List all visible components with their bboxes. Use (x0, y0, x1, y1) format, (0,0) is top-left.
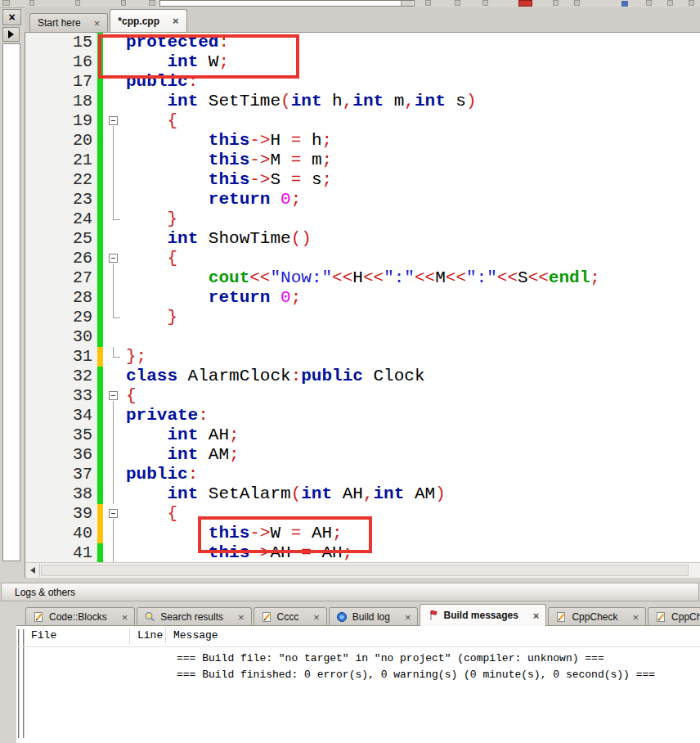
scrollbar-thumb[interactable] (41, 565, 689, 576)
tab-close-icon[interactable]: × (238, 612, 245, 623)
collapsed-management-panel (2, 43, 20, 561)
code-line-19[interactable]: 19 { (25, 111, 700, 131)
line-number[interactable]: 18 (25, 92, 97, 111)
line-number[interactable]: 26 (25, 249, 97, 268)
tab-close-icon[interactable]: × (173, 16, 179, 26)
column-header-message[interactable]: Message (173, 629, 218, 642)
line-number[interactable]: 31 (25, 347, 97, 367)
code-line-38[interactable]: 38 int SetAlarm(int AH,int AM) (25, 484, 700, 504)
code-text: int SetTime(int h,int m,int s) (124, 92, 700, 111)
line-number[interactable]: 32 (25, 367, 97, 386)
tab-close-icon[interactable]: × (533, 610, 540, 621)
code-line-26[interactable]: 26 { (25, 249, 700, 268)
fold-collapse-icon[interactable] (109, 254, 118, 263)
tab-label: Code::Blocks (49, 611, 107, 623)
line-number[interactable]: 27 (25, 268, 97, 288)
line-number[interactable]: 36 (25, 445, 97, 465)
fold-margin[interactable] (103, 111, 124, 131)
code-line-22[interactable]: 22 this->S = s; (25, 170, 700, 190)
code-line-21[interactable]: 21 this->M = m; (25, 151, 700, 170)
line-number[interactable]: 19 (25, 111, 97, 131)
code-line-25[interactable]: 25 int ShowTime() (25, 229, 700, 249)
code-line-31[interactable]: 31}; (25, 347, 700, 367)
logs-tab-cppcheck-messages[interactable]: CppCheck messages× (648, 607, 700, 626)
editor-tab--cpp-cpp[interactable]: *cpp.cpp× (110, 9, 186, 32)
change-marker (97, 288, 103, 308)
line-number[interactable]: 41 (25, 543, 97, 563)
tab-label: Build messages (443, 610, 518, 621)
logs-tab-build-log[interactable]: Build log× (329, 607, 419, 626)
line-number[interactable]: 17 (25, 72, 97, 92)
document-pencil-icon (555, 611, 567, 623)
fold-collapse-icon[interactable] (109, 116, 118, 125)
fold-collapse-icon[interactable] (109, 391, 118, 400)
code-line-32[interactable]: 32class AlarmClock:public Clock (25, 367, 700, 386)
code-editor[interactable]: 15protected:16 int W;17public:18 int Set… (25, 33, 700, 578)
line-number[interactable]: 34 (25, 406, 97, 426)
code-line-18[interactable]: 18 int SetTime(int h,int m,int s) (25, 92, 700, 111)
tab-close-icon[interactable]: × (94, 18, 101, 29)
line-number[interactable]: 21 (25, 151, 97, 170)
tab-close-icon[interactable]: × (405, 612, 411, 623)
table-body: === Build file: "no target" in "no proje… (16, 651, 700, 683)
expand-panel-arrow-icon[interactable] (2, 27, 20, 42)
logs-tab-code-blocks[interactable]: Code::Blocks× (25, 607, 135, 626)
code-line-28[interactable]: 28 return 0; (25, 288, 700, 308)
line-number[interactable]: 20 (25, 131, 97, 151)
code-line-37[interactable]: 37public: (25, 465, 700, 484)
code-line-30[interactable]: 30 (25, 327, 700, 347)
fold-margin[interactable] (103, 249, 124, 268)
tab-close-icon[interactable]: × (313, 612, 320, 623)
code-rows[interactable]: 15protected:16 int W;17public:18 int Set… (25, 33, 700, 563)
editor-tab-start-here[interactable]: Start here× (29, 13, 108, 32)
line-number[interactable]: 25 (25, 229, 97, 249)
change-marker (97, 327, 103, 347)
line-number[interactable]: 29 (25, 308, 97, 327)
scroll-left-arrow-icon[interactable] (25, 564, 40, 577)
line-number[interactable]: 15 (25, 33, 97, 52)
line-number[interactable]: 22 (25, 170, 97, 190)
fold-collapse-icon[interactable] (109, 509, 118, 518)
fold-margin[interactable] (103, 386, 124, 406)
column-header-line[interactable]: Line (137, 629, 163, 642)
build-message-row[interactable]: === Build file: "no target" in "no proje… (16, 651, 700, 667)
code-line-35[interactable]: 35 int AH; (25, 426, 700, 445)
column-header-file[interactable]: File (31, 629, 56, 642)
line-number[interactable]: 23 (25, 190, 97, 209)
code-line-20[interactable]: 20 this->H = h; (25, 131, 700, 151)
close-icon[interactable]: × (2, 9, 21, 25)
code-line-27[interactable]: 27 cout<<"Now:"<<H<<":"<<M<<":"<<S<<endl… (25, 268, 700, 288)
line-number[interactable]: 39 (25, 504, 97, 524)
change-marker (97, 308, 103, 327)
build-message-row[interactable]: === Build finished: 0 error(s), 0 warnin… (16, 667, 700, 683)
line-number[interactable]: 37 (25, 465, 97, 484)
line-number[interactable]: 16 (25, 52, 97, 72)
fold-margin[interactable] (103, 504, 124, 524)
line-number[interactable]: 35 (25, 426, 97, 445)
panel-grip[interactable] (18, 629, 26, 738)
line-number[interactable]: 24 (25, 209, 97, 229)
code-text: int SetAlarm(int AH,int AM) (124, 484, 700, 504)
line-number[interactable]: 30 (25, 327, 97, 347)
code-line-33[interactable]: 33{ (25, 386, 700, 406)
highlight-box-protected-int-w (98, 34, 299, 79)
change-marker (97, 347, 103, 367)
horizontal-scrollbar[interactable] (25, 562, 700, 578)
code-line-36[interactable]: 36 int AM; (25, 445, 700, 465)
line-number[interactable]: 28 (25, 288, 97, 308)
logs-tab-cppcheck[interactable]: CppCheck× (548, 607, 646, 626)
tab-label: CppCheck (572, 611, 617, 623)
code-line-34[interactable]: 34private: (25, 406, 700, 426)
tab-close-icon[interactable]: × (632, 612, 639, 623)
logs-tab-build-messages[interactable]: Build messages× (420, 604, 546, 626)
code-line-24[interactable]: 24 } (25, 209, 700, 229)
code-line-29[interactable]: 29 } (25, 308, 700, 327)
line-number[interactable]: 40 (25, 524, 97, 543)
change-marker (97, 465, 103, 484)
logs-tab-cccc[interactable]: Cccc× (254, 607, 327, 626)
logs-tab-search-results[interactable]: Search results× (137, 607, 251, 626)
code-line-23[interactable]: 23 return 0; (25, 190, 700, 209)
line-number[interactable]: 38 (25, 484, 97, 504)
line-number[interactable]: 33 (25, 386, 97, 406)
tab-close-icon[interactable]: × (122, 612, 128, 623)
